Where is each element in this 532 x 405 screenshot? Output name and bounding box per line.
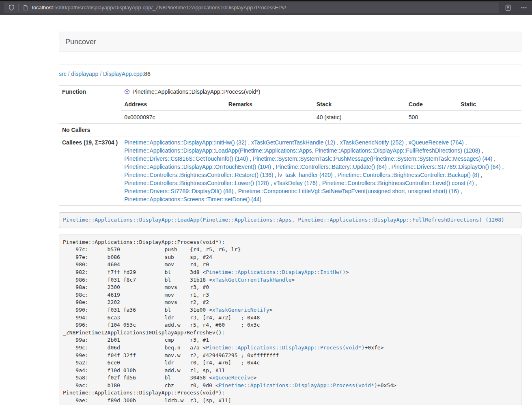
- asm-symbol-link[interactable]: xTaskGenericNotify: [212, 307, 269, 313]
- breadcrumb-link[interactable]: displayapp: [71, 71, 98, 77]
- callee-link[interactable]: xTaskGenericNotify (252): [340, 139, 404, 146]
- toolbar-divider: [18, 4, 19, 11]
- static-value: [457, 111, 521, 123]
- details-row: AddressRemarksStackCodeStatic 0x0000097c…: [59, 98, 521, 124]
- cube-icon: [124, 88, 130, 94]
- callee-link[interactable]: Pinetime::Drivers::St7789::DisplayOn() (…: [392, 164, 501, 170]
- url-host: localhost: [32, 4, 53, 11]
- navbar: Puncover: [59, 32, 521, 52]
- brand-link[interactable]: Puncover: [59, 38, 102, 46]
- asm-symbol-link[interactable]: Pinetime::Applications::DisplayApp::Proc…: [206, 345, 364, 351]
- disassembly-pre: Pinetime::Applications::DisplayApp::Proc…: [59, 235, 521, 405]
- callee-link[interactable]: xTaskGetCurrentTaskHandle (12): [251, 139, 335, 146]
- column-header: Remarks: [225, 98, 313, 111]
- function-row: Function Pinetime::Applications::Display…: [59, 86, 521, 98]
- details-header-row: AddressRemarksStackCodeStatic: [121, 98, 521, 111]
- callees-cell: Pinetime::Applications::DisplayApp::Init…: [121, 136, 521, 206]
- callee-link[interactable]: Pinetime::Controllers::BrightnessControl…: [322, 180, 474, 186]
- selected-callee-pre: Pinetime::Applications::DisplayApp::Load…: [59, 212, 521, 228]
- callee-link[interactable]: vTaskDelay (176): [274, 180, 317, 186]
- breadcrumb-line-number: :86: [142, 71, 150, 77]
- callee-link[interactable]: Pinetime::System::SystemTask::PushMessag…: [253, 155, 493, 162]
- callee-link[interactable]: Pinetime::Applications::DisplayApp::OnTo…: [124, 164, 271, 170]
- code-value: 500: [405, 111, 457, 123]
- breadcrumb-separator: /: [98, 71, 103, 77]
- details-table: AddressRemarksStackCodeStatic 0x0000097c…: [121, 98, 521, 123]
- page-container: Puncover src / displayapp / DisplayApp.c…: [59, 32, 521, 405]
- callee-link[interactable]: Pinetime::Controllers::BrightnessControl…: [337, 172, 479, 178]
- callee-link[interactable]: Pinetime::Applications::DisplayApp::Init…: [124, 139, 246, 146]
- url-text[interactable]: localhost:5000/path/src/displayapp/Displ…: [32, 4, 286, 11]
- reader-view-icon[interactable]: [504, 4, 512, 12]
- callee-link[interactable]: lv_task_handler (420): [278, 172, 333, 178]
- breadcrumb-link[interactable]: DisplayApp.cpp: [103, 71, 142, 77]
- symbol-table: Function Pinetime::Applications::Display…: [59, 85, 521, 206]
- callee-link[interactable]: Pinetime::Drivers::St7789::DisplayOff() …: [124, 188, 233, 194]
- toolbar-actions: [504, 4, 528, 12]
- callee-link[interactable]: Pinetime::Controllers::BrightnessControl…: [124, 172, 273, 178]
- no-callers-row: No Callers: [59, 124, 521, 136]
- function-name: Pinetime::Applications::DisplayApp::Proc…: [132, 88, 260, 95]
- asm-symbol-link[interactable]: Pinetime::Applications::DisplayApp::Proc…: [219, 382, 377, 388]
- browser-toolbar: localhost:5000/path/src/displayapp/Displ…: [0, 0, 532, 15]
- callee-link[interactable]: Pinetime::Components::LittleVgl::SetNewT…: [238, 188, 459, 194]
- callee-link[interactable]: Pinetime::Applications::Screens::Timer::…: [124, 196, 261, 202]
- url-path: :5000/path/src/displayapp/DisplayApp.cpp…: [53, 4, 286, 11]
- function-label: Function: [59, 86, 121, 98]
- divider-rule: [59, 64, 521, 65]
- callee-link[interactable]: Pinetime::Applications::DisplayApp::Load…: [124, 147, 480, 154]
- no-callers-cell: [121, 124, 521, 136]
- url-bar[interactable]: localhost:5000/path/src/displayapp/Displ…: [4, 2, 499, 13]
- no-callers-label: No Callers: [59, 124, 121, 136]
- asm-symbol-link[interactable]: xTaskGetCurrentTaskHandle: [212, 277, 292, 283]
- page-icon[interactable]: [22, 4, 30, 12]
- callee-link[interactable]: xQueueReceive (764): [409, 139, 464, 146]
- column-header: Stack: [313, 98, 405, 111]
- asm-symbol-link[interactable]: xQueueReceive: [212, 375, 254, 381]
- column-header: Static: [457, 98, 521, 111]
- function-cell: Pinetime::Applications::DisplayApp::Proc…: [121, 86, 521, 98]
- details-value-row: 0x0000097c 40 (static) 500: [121, 111, 521, 123]
- breadcrumb-separator: /: [67, 71, 71, 77]
- callees-row: Callees (19, Σ=3704 ) Pinetime::Applicat…: [59, 136, 521, 206]
- details-cell: AddressRemarksStackCodeStatic 0x0000097c…: [121, 98, 521, 124]
- loadapp-callee-link[interactable]: Pinetime::Applications::DisplayApp::Load…: [63, 217, 504, 223]
- remarks-value: [225, 111, 313, 123]
- breadcrumb-link[interactable]: src: [59, 71, 67, 77]
- toolbar-divider: [516, 4, 516, 11]
- breadcrumb: src / displayapp / DisplayApp.cpp:86: [59, 70, 521, 78]
- details-label-spacer: [59, 98, 121, 124]
- column-header: Address: [121, 98, 225, 111]
- callees-label: Callees (19, Σ=3704 ): [59, 136, 121, 206]
- column-header: Code: [405, 98, 457, 111]
- callee-link[interactable]: Pinetime::Drivers::Cst816S::GetTouchInfo…: [124, 155, 248, 162]
- address-value: 0x0000097c: [121, 111, 225, 123]
- stack-value: 40 (static): [313, 111, 405, 123]
- callee-link[interactable]: Pinetime::Controllers::BrightnessControl…: [124, 180, 269, 186]
- callee-link[interactable]: Pinetime::Controllers::Battery::Update()…: [276, 164, 387, 170]
- shield-icon[interactable]: [7, 4, 15, 12]
- overflow-menu-icon[interactable]: [520, 4, 528, 12]
- asm-symbol-link[interactable]: Pinetime::Applications::DisplayApp::Init…: [206, 269, 345, 275]
